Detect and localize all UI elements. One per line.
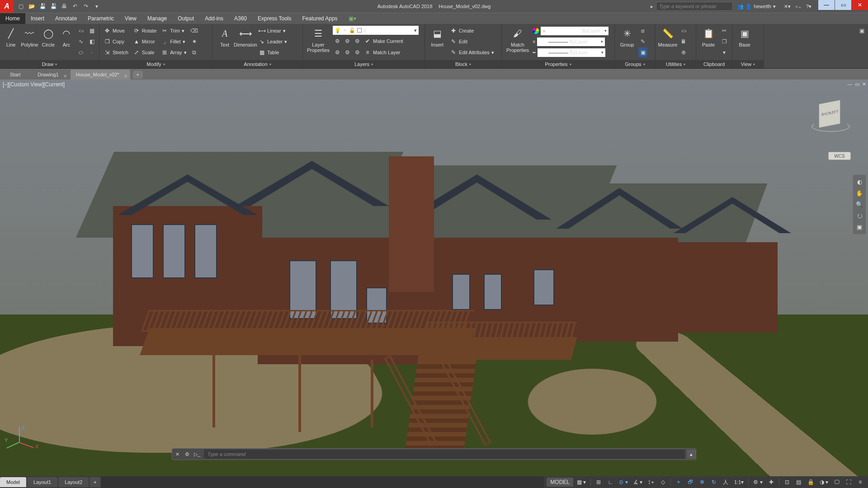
panel-modify-title[interactable]: Modify <box>146 60 161 68</box>
layout-add-button[interactable]: + <box>90 477 100 487</box>
dimension-button[interactable]: ⟷Dimension <box>236 26 255 47</box>
vp-close-icon[interactable]: ✕ <box>862 81 866 87</box>
qat-redo-icon[interactable]: ↷ <box>81 2 90 11</box>
circle-button[interactable]: ◯Circle <box>40 26 57 47</box>
block-create-button[interactable]: ✚Create <box>448 26 495 36</box>
minimize-button[interactable]: — <box>818 0 835 10</box>
tab-addins[interactable]: Add-ins <box>199 13 229 24</box>
panel-draw-title[interactable]: Draw <box>42 60 54 68</box>
panel-utilities-title[interactable]: Utilities <box>666 60 682 68</box>
isodraft-icon[interactable]: ∡ ▾ <box>632 478 644 487</box>
tab-featuredapps[interactable]: Featured Apps <box>297 13 343 24</box>
edit-attributes-button[interactable]: ✎Edit Attributes ▾ <box>448 47 495 57</box>
doctab-drawing1[interactable]: Drawing1✕ <box>32 70 69 80</box>
qat-saveas-icon[interactable]: 💾 <box>49 2 58 11</box>
viewcube-left[interactable]: LEFT <box>830 109 839 115</box>
panel-annotation-title[interactable]: Annotation <box>244 60 268 68</box>
clip-dd-icon[interactable]: ▾ <box>720 47 729 57</box>
layiso-icon[interactable]: ⚙ <box>353 36 362 46</box>
point-id-icon[interactable]: ⊕ <box>679 47 688 57</box>
qat-more-icon[interactable]: ▾ <box>92 2 101 11</box>
annotation-scale[interactable]: 1:1 ▾ <box>732 478 745 487</box>
hatch-icon[interactable]: ▦ <box>87 26 96 36</box>
cleanscreen-icon[interactable]: ⛶ <box>844 478 854 487</box>
offset-icon[interactable]: ⧉ <box>190 47 199 57</box>
copy-button[interactable]: ❐Copy <box>102 37 130 47</box>
app-menu-button[interactable]: A <box>0 0 14 13</box>
annoscale-icon[interactable]: 人 <box>721 478 731 487</box>
panel-block-title[interactable]: Block <box>455 60 467 68</box>
transparency-icon[interactable]: ✲ <box>697 478 707 487</box>
vp-min-icon[interactable]: — <box>847 81 852 87</box>
doctab-housemodel[interactable]: House_Model_v02*✕ <box>71 70 130 80</box>
grid-icon[interactable]: ▦ ▾ <box>575 478 588 487</box>
infocenter-search[interactable]: Type a keyword or phrase <box>656 2 733 11</box>
group-bb-icon[interactable]: ▣ <box>638 47 647 57</box>
nav-zoom-icon[interactable]: 🔍 <box>856 201 863 208</box>
panel-properties-title[interactable]: Properties <box>545 60 567 68</box>
layout-layout1[interactable]: Layout1 <box>27 477 57 487</box>
qat-undo-icon[interactable]: ↶ <box>71 2 80 11</box>
layoff-icon[interactable]: ⚙ <box>333 36 342 46</box>
layout-model[interactable]: Model <box>0 477 26 487</box>
base-view-button[interactable]: ▣Base <box>735 26 754 47</box>
insert-block-button[interactable]: ⬓Insert <box>428 26 447 47</box>
quickprops-icon[interactable]: ▤ <box>794 478 804 487</box>
arc-button[interactable]: ◠Arc <box>58 26 75 47</box>
select-icon[interactable]: ▭ <box>679 26 688 36</box>
qat-save-icon[interactable]: 💾 <box>38 2 47 11</box>
nav-orbit-icon[interactable]: ⭮ <box>857 212 863 219</box>
paste-button[interactable]: 📋Paste <box>699 26 718 47</box>
tab-view[interactable]: View <box>119 13 142 24</box>
panel-groups-title[interactable]: Groups <box>625 60 641 68</box>
layer-properties-button[interactable]: ☰Layer Properties <box>306 26 331 53</box>
hardware-accel-icon[interactable]: 🖵 <box>832 478 842 487</box>
linetype-combo[interactable]: ———— ByLayer <box>538 48 605 57</box>
stayconnected-icon[interactable]: ⟐▾ <box>795 4 802 9</box>
user-menu-dd[interactable]: ▾ <box>773 4 776 9</box>
tab-focus-icon[interactable]: ▣▾ <box>343 13 362 24</box>
viewcube-compass[interactable] <box>811 121 850 132</box>
ellipse-icon[interactable]: ⬭ <box>76 47 85 57</box>
qat-new-icon[interactable]: ▢ <box>16 2 25 11</box>
block-edit-button[interactable]: ✎Edit <box>448 37 495 47</box>
customize-icon[interactable]: ≡ <box>855 478 865 487</box>
linetype-icon[interactable]: ━ <box>533 50 536 56</box>
exchange-icon[interactable]: ✕▾ <box>784 4 791 9</box>
region-icon[interactable]: ◧ <box>87 37 96 47</box>
isolate-icon[interactable]: ◑ ▾ <box>818 478 830 487</box>
dynamic-input-icon[interactable]: + <box>674 478 684 487</box>
tab-expresstools[interactable]: Express Tools <box>252 13 297 24</box>
leader-button[interactable]: ↘Leader ▾ <box>257 37 288 47</box>
close-button[interactable]: ✕ <box>852 0 868 10</box>
command-line[interactable]: ✕ ⚙ ▷_ Type a command ▴ <box>172 448 696 460</box>
doctab-start[interactable]: Start <box>5 70 31 80</box>
tab-annotate[interactable]: Annotate <box>50 13 82 24</box>
color-combo[interactable]: ■ByLayer <box>541 27 609 35</box>
tab-output[interactable]: Output <box>172 13 199 24</box>
osnap-icon[interactable]: ⟟ ▾ <box>646 478 656 487</box>
panel-clipboard-title[interactable]: Clipboard <box>696 60 732 68</box>
group-edit-icon[interactable]: ✎ <box>638 37 647 47</box>
vp-max-icon[interactable]: ▭ <box>855 81 859 87</box>
panel-view-title[interactable]: View <box>741 60 752 68</box>
match-layer-button[interactable]: ≡Match Layer <box>363 47 402 57</box>
tab-home[interactable]: Home <box>0 13 25 24</box>
layout-layout2[interactable]: Layout2 <box>58 477 89 487</box>
color-swatch-icon[interactable] <box>533 28 539 34</box>
annomonitor-icon[interactable]: ✚ <box>766 478 776 487</box>
match-properties-button[interactable]: 🖌Match Properties <box>505 26 531 53</box>
nav-showmotion-icon[interactable]: ▣ <box>857 224 862 230</box>
rect-icon[interactable]: ▭ <box>76 26 85 36</box>
make-current-button[interactable]: ✔Make Current <box>363 36 405 46</box>
snapmode-icon[interactable]: ⊞ <box>594 478 604 487</box>
tab-manage[interactable]: Manage <box>142 13 172 24</box>
selection-cycling-icon[interactable]: ↻ <box>709 478 719 487</box>
spline-icon[interactable]: ∿ <box>76 37 85 47</box>
move-button[interactable]: ✥Move <box>102 26 130 36</box>
copy-clip-icon[interactable]: ❐ <box>720 37 729 47</box>
cmd-options-icon[interactable]: ⚙ <box>182 451 192 457</box>
cut-icon[interactable]: ✂ <box>720 26 729 36</box>
fillet-button[interactable]: ◞Fillet ▾ <box>160 37 188 47</box>
infocenter-arrow-icon[interactable]: ▸ <box>651 4 653 9</box>
